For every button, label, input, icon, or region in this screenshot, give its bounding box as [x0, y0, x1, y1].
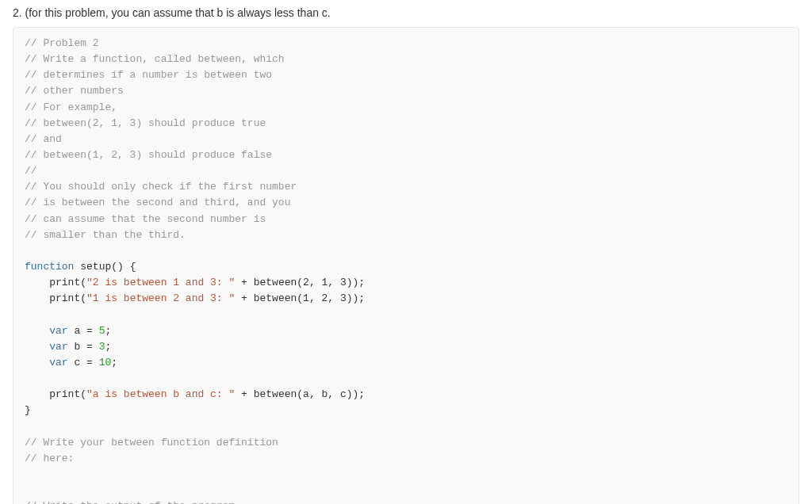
plus-op: +: [235, 292, 253, 304]
lparen: (: [80, 277, 86, 288]
code-comment: // For example,: [25, 101, 117, 113]
code-comment: // Write a function, called between, whi…: [25, 53, 285, 65]
question-prompt: 2. (for this problem, you can assume tha…: [0, 0, 812, 27]
var-decl: a =: [68, 325, 99, 337]
var-decl: b =: [68, 341, 99, 353]
keyword-function: function: [25, 261, 74, 273]
code-comment: // Problem 2: [25, 37, 99, 49]
print-call: print: [49, 388, 80, 400]
call-args: (1, 2, 3));: [297, 292, 365, 304]
call-args: (a, b, c));: [297, 388, 365, 400]
keyword-var: var: [49, 325, 67, 337]
code-comment: // here:: [25, 452, 74, 464]
code-comment: // Write your between function definitio…: [25, 437, 278, 449]
code-comment: //: [25, 165, 37, 177]
code-comment: // determines if a number is between two: [25, 69, 272, 81]
code-comment: // between(2, 1, 3) should produce true: [25, 117, 266, 129]
parens: (): [111, 261, 124, 273]
code-comment: // between(1, 2, 3) should produce false: [25, 149, 272, 161]
string-literal: "2 is between 1 and 3: ": [86, 277, 235, 288]
lparen: (: [80, 388, 86, 400]
code-comment: // and: [25, 133, 62, 145]
print-call: print: [49, 277, 80, 288]
brace-close: }: [25, 404, 31, 416]
code-comment: // is between the second and third, and …: [25, 197, 290, 208]
code-comment: // can assume that the second number is: [25, 213, 266, 225]
print-call: print: [49, 292, 80, 304]
code-comment: // You should only check if the first nu…: [25, 181, 297, 193]
code-comment: // Write the output of the program: [25, 500, 235, 504]
code-block: // Problem 2 // Write a function, called…: [13, 27, 799, 504]
number-literal: 10: [99, 357, 112, 368]
between-call: between: [254, 388, 297, 400]
var-decl: c =: [68, 357, 99, 368]
plus-op: +: [235, 388, 253, 400]
keyword-var: var: [49, 341, 67, 353]
string-literal: "a is between b and c: ": [86, 388, 235, 400]
code-comment: // other numbers: [25, 85, 124, 97]
brace-open: {: [124, 261, 136, 273]
function-name: setup: [80, 261, 111, 273]
string-literal: "1 is between 2 and 3: ": [86, 292, 235, 304]
keyword-var: var: [49, 357, 67, 368]
code-comment: // smaller than the third.: [25, 229, 186, 241]
lparen: (: [80, 292, 86, 304]
semi: ;: [105, 341, 111, 353]
between-call: between: [254, 292, 297, 304]
call-args: (2, 1, 3));: [297, 277, 365, 288]
plus-op: +: [235, 277, 253, 288]
semi: ;: [111, 357, 117, 368]
between-call: between: [254, 277, 297, 288]
semi: ;: [105, 325, 111, 337]
